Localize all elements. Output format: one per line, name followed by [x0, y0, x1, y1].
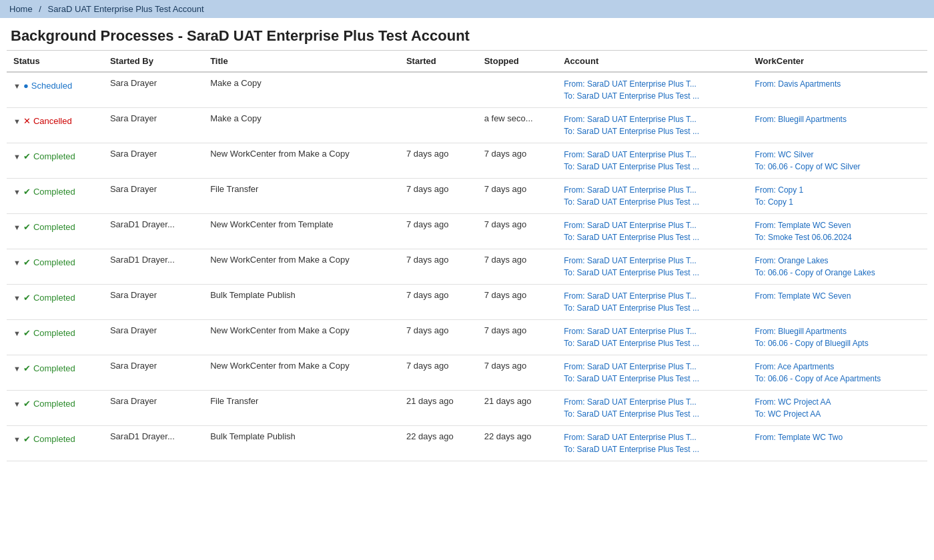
title-cell: New WorkCenter from Make a Copy — [203, 320, 400, 355]
workcenter-cell: From: Orange Lakes To: 06.06 - Copy of O… — [749, 249, 927, 285]
stopped-time-cell: 7 days ago — [478, 214, 558, 249]
account-to: To: SaraD UAT Enterprise Plus Test ... — [564, 196, 741, 208]
account-cell: From: SaraD UAT Enterprise Plus T... To:… — [557, 108, 748, 143]
stopped-time-cell: 21 days ago — [478, 391, 558, 426]
account-from: From: SaraD UAT Enterprise Plus T... — [564, 255, 741, 267]
account-from: From: SaraD UAT Enterprise Plus T... — [564, 290, 741, 302]
account-to: To: SaraD UAT Enterprise Plus Test ... — [564, 267, 741, 279]
account-cell: From: SaraD UAT Enterprise Plus T... To:… — [557, 179, 748, 214]
row-expand-chevron[interactable]: ▼ — [13, 329, 21, 337]
title-cell: Make a Copy — [203, 72, 400, 108]
row-expand-chevron[interactable]: ▼ — [13, 400, 21, 408]
wc-from: From: Davis Apartments — [755, 78, 921, 90]
table-row: ▼ ✔ Completed SaraD1 Drayer...New WorkCe… — [7, 214, 927, 249]
account-to: To: SaraD UAT Enterprise Plus Test ... — [564, 90, 741, 102]
started-by-cell: Sara Drayer — [103, 285, 203, 320]
account-from: From: SaraD UAT Enterprise Plus T... — [564, 325, 741, 337]
started-time-cell — [400, 72, 478, 108]
status-icon: ✔ — [23, 363, 31, 373]
account-to: To: SaraD UAT Enterprise Plus Test ... — [564, 302, 741, 314]
wc-from: From: Bluegill Apartments — [755, 325, 921, 337]
started-time-cell: 7 days ago — [400, 285, 478, 320]
row-expand-chevron[interactable]: ▼ — [13, 82, 21, 90]
row-expand-chevron[interactable]: ▼ — [13, 223, 21, 231]
wc-from: From: Template WC Seven — [755, 219, 921, 231]
status-label: Completed — [33, 222, 75, 232]
started-time-cell: 21 days ago — [400, 391, 478, 426]
row-expand-chevron[interactable]: ▼ — [13, 435, 21, 443]
started-by-cell: SaraD1 Drayer... — [103, 214, 203, 249]
started-time-cell: 7 days ago — [400, 249, 478, 285]
col-started-by: Started By — [103, 51, 203, 73]
status-cell: ▼ ✔ Completed — [7, 179, 103, 214]
status-cell: ▼ ✔ Completed — [7, 320, 103, 355]
breadcrumb: Home / SaraD UAT Enterprise Plus Test Ac… — [0, 0, 934, 18]
started-time-cell: 7 days ago — [400, 355, 478, 391]
workcenter-cell: From: WC Project AA To: WC Project AA — [749, 391, 927, 426]
account-cell: From: SaraD UAT Enterprise Plus T... To:… — [557, 143, 748, 179]
workcenter-cell: From: Template WC Two — [749, 426, 927, 461]
status-cell: ▼ ✔ Completed — [7, 249, 103, 285]
stopped-time-cell: 7 days ago — [478, 179, 558, 214]
title-cell: Make a Copy — [203, 108, 400, 143]
table-row: ▼ ✔ Completed SaraD1 Drayer...New WorkCe… — [7, 249, 927, 285]
workcenter-cell: From: Bluegill Apartments To: 06.06 - Co… — [749, 320, 927, 355]
status-icon: ✔ — [23, 293, 31, 303]
started-time-cell: 7 days ago — [400, 179, 478, 214]
row-expand-chevron[interactable]: ▼ — [13, 188, 21, 196]
col-stopped: Stopped — [478, 51, 558, 73]
started-by-cell: Sara Drayer — [103, 72, 203, 108]
wc-to: To: 06.06 - Copy of Ace Apartments — [755, 373, 921, 385]
row-expand-chevron[interactable]: ▼ — [13, 117, 21, 125]
account-to: To: SaraD UAT Enterprise Plus Test ... — [564, 231, 741, 243]
table-container: Status Started By Title Started Stopped … — [0, 50, 934, 461]
wc-to: To: Copy 1 — [755, 196, 921, 208]
account-from: From: SaraD UAT Enterprise Plus T... — [564, 219, 741, 231]
status-label: Completed — [33, 151, 75, 161]
wc-to: To: 06.06 - Copy of Orange Lakes — [755, 267, 921, 279]
workcenter-cell: From: Template WC Seven To: Smoke Test 0… — [749, 214, 927, 249]
table-row: ▼ ✔ Completed Sara DrayerNew WorkCenter … — [7, 143, 927, 179]
status-cell: ▼ ✔ Completed — [7, 355, 103, 391]
stopped-time-cell: 7 days ago — [478, 249, 558, 285]
started-by-cell: Sara Drayer — [103, 179, 203, 214]
account-cell: From: SaraD UAT Enterprise Plus T... To:… — [557, 214, 748, 249]
started-by-cell: Sara Drayer — [103, 355, 203, 391]
stopped-time-cell: a few seco... — [478, 108, 558, 143]
row-expand-chevron[interactable]: ▼ — [13, 259, 21, 267]
row-expand-chevron[interactable]: ▼ — [13, 365, 21, 373]
status-label: Completed — [33, 257, 75, 267]
account-cell: From: SaraD UAT Enterprise Plus T... To:… — [557, 72, 748, 108]
workcenter-cell: From: Ace Apartments To: 06.06 - Copy of… — [749, 355, 927, 391]
table-row: ▼ ✔ Completed Sara DrayerNew WorkCenter … — [7, 320, 927, 355]
title-cell: New WorkCenter from Make a Copy — [203, 249, 400, 285]
account-to: To: SaraD UAT Enterprise Plus Test ... — [564, 408, 741, 420]
account-cell: From: SaraD UAT Enterprise Plus T... To:… — [557, 355, 748, 391]
account-from: From: SaraD UAT Enterprise Plus T... — [564, 184, 741, 196]
status-cell: ▼ ✔ Completed — [7, 285, 103, 320]
status-icon: ✔ — [23, 328, 31, 338]
status-cell: ▼ ✔ Completed — [7, 426, 103, 461]
table-header-row: Status Started By Title Started Stopped … — [7, 51, 927, 73]
status-cell: ▼ ✔ Completed — [7, 214, 103, 249]
wc-to: To: Smoke Test 06.06.2024 — [755, 231, 921, 243]
table-row: ▼ ✔ Completed Sara DrayerBulk Template P… — [7, 285, 927, 320]
title-cell: New WorkCenter from Make a Copy — [203, 355, 400, 391]
account-to: To: SaraD UAT Enterprise Plus Test ... — [564, 373, 741, 385]
row-expand-chevron[interactable]: ▼ — [13, 294, 21, 302]
wc-from: From: Template WC Seven — [755, 290, 921, 302]
workcenter-cell: From: WC Silver To: 06.06 - Copy of WC S… — [749, 143, 927, 179]
stopped-time-cell: 22 days ago — [478, 426, 558, 461]
wc-from: From: WC Project AA — [755, 396, 921, 408]
breadcrumb-home-link[interactable]: Home — [9, 4, 33, 14]
row-expand-chevron[interactable]: ▼ — [13, 153, 21, 161]
account-to: To: SaraD UAT Enterprise Plus Test ... — [564, 337, 741, 349]
started-time-cell: 22 days ago — [400, 426, 478, 461]
breadcrumb-current: SaraD UAT Enterprise Plus Test Account — [48, 4, 204, 14]
status-label: Scheduled — [31, 81, 72, 91]
title-cell: New WorkCenter from Template — [203, 214, 400, 249]
started-by-cell: Sara Drayer — [103, 108, 203, 143]
account-from: From: SaraD UAT Enterprise Plus T... — [564, 361, 741, 373]
account-from: From: SaraD UAT Enterprise Plus T... — [564, 396, 741, 408]
wc-to: To: 06.06 - Copy of WC Silver — [755, 161, 921, 173]
